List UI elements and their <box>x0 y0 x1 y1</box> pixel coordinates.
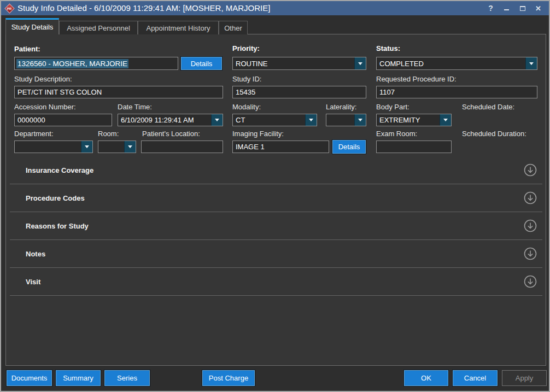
patient-value-selected: 1326560 - MOSHER, MARJORIE <box>16 59 128 68</box>
window-title: Study Info Detailed - 6/10/2009 11:29:41… <box>17 1 483 15</box>
department-select[interactable] <box>14 141 93 153</box>
laterality-dropdown-button[interactable] <box>354 114 366 126</box>
expand-down-icon[interactable] <box>524 219 537 232</box>
help-button[interactable]: ? <box>483 2 498 14</box>
app-icon: PR <box>4 3 14 13</box>
chevron-down-icon <box>529 62 534 65</box>
tab-appointment-history[interactable]: Appointment History <box>138 21 219 34</box>
chevron-down-icon <box>128 145 132 148</box>
summary-button[interactable]: Summary <box>56 370 101 386</box>
tab-assigned-personnel[interactable]: Assigned Personnel <box>59 21 138 34</box>
status-dropdown-button[interactable] <box>525 57 537 69</box>
documents-button[interactable]: Documents <box>7 370 52 386</box>
minimize-button[interactable] <box>499 2 514 14</box>
study-id-label: Study ID: <box>232 75 261 83</box>
exam-room-label: Exam Room: <box>376 130 417 138</box>
modality-dropdown-button[interactable] <box>305 114 317 126</box>
expand-down-icon[interactable] <box>524 247 537 260</box>
date-time-picker[interactable]: 6/10/2009 11:29:41 AM <box>118 114 223 126</box>
expand-down-icon[interactable] <box>524 275 537 288</box>
window-controls: ? ✕ <box>483 2 546 14</box>
section-visit[interactable]: Visit <box>10 268 542 296</box>
laterality-select[interactable] <box>326 114 366 126</box>
priority-dropdown-button[interactable] <box>354 57 366 69</box>
series-button[interactable]: Series <box>104 370 150 386</box>
tab-study-details[interactable]: Study Details <box>5 18 59 34</box>
chevron-down-icon <box>85 145 89 148</box>
chevron-down-icon <box>358 62 362 65</box>
priority-label: Priority: <box>232 44 260 52</box>
modality-select[interactable]: CT <box>232 114 317 126</box>
patient-label: Patient: <box>14 45 40 53</box>
chevron-down-icon <box>443 119 448 121</box>
room-label: Room: <box>98 130 119 138</box>
laterality-label: Laterality: <box>326 103 356 111</box>
accession-number-label: Accession Number: <box>14 103 76 111</box>
post-charge-button[interactable]: Post Charge <box>202 370 255 386</box>
patient-details-button[interactable]: Details <box>181 57 222 70</box>
cancel-button[interactable]: Cancel <box>453 370 498 386</box>
section-notes[interactable]: Notes <box>10 240 542 268</box>
department-dropdown-button[interactable] <box>81 141 92 153</box>
patients-location-label: Patient's Location: <box>142 130 200 138</box>
accession-number-input[interactable] <box>14 114 112 126</box>
room-dropdown-button[interactable] <box>124 141 136 153</box>
study-description-label: Study Description: <box>14 75 72 83</box>
chevron-down-icon <box>215 119 219 121</box>
priority-select[interactable]: ROUTINE <box>232 57 366 70</box>
chevron-down-icon <box>309 119 313 121</box>
requested-procedure-id-label: Requested Procedure ID: <box>376 75 457 83</box>
study-info-detailed-window: PR Study Info Detailed - 6/10/2009 11:29… <box>0 0 550 392</box>
ok-button[interactable]: OK <box>404 370 448 386</box>
expand-down-icon[interactable] <box>524 191 537 204</box>
room-select[interactable] <box>98 141 136 153</box>
tab-other[interactable]: Other <box>219 21 248 34</box>
status-label: Status: <box>376 44 400 52</box>
status-select[interactable]: COMPLETED <box>376 57 537 70</box>
body-part-select[interactable]: EXTREMITY <box>376 114 452 126</box>
maximize-icon <box>520 6 525 11</box>
exam-room-input[interactable] <box>376 141 452 153</box>
requested-procedure-id-input[interactable] <box>376 86 537 98</box>
scheduled-date-label: Scheduled Date: <box>462 103 514 111</box>
section-procedure-codes[interactable]: Procedure Codes <box>10 184 542 212</box>
minimize-icon <box>504 9 509 10</box>
body-part-dropdown-button[interactable] <box>440 114 451 126</box>
date-time-dropdown-button[interactable] <box>211 114 223 126</box>
imaging-facility-input[interactable] <box>232 141 329 153</box>
study-description-input[interactable] <box>14 86 223 98</box>
study-id-input[interactable] <box>232 86 366 98</box>
expand-down-icon[interactable] <box>524 163 537 177</box>
titlebar: PR Study Info Detailed - 6/10/2009 11:29… <box>1 1 549 15</box>
tab-bar: Study Details Assigned Personnel Appoint… <box>5 18 248 34</box>
scheduled-duration-label: Scheduled Duration: <box>462 130 526 138</box>
date-time-label: Date Time: <box>118 103 152 111</box>
imaging-facility-details-button[interactable]: Details <box>332 140 366 154</box>
modality-label: Modality: <box>232 103 261 111</box>
department-label: Department: <box>14 130 54 138</box>
patients-location-input[interactable] <box>141 141 223 153</box>
section-reasons-for-study[interactable]: Reasons for Study <box>10 212 542 240</box>
apply-button[interactable]: Apply <box>502 370 547 386</box>
chevron-down-icon <box>358 119 362 121</box>
maximize-button[interactable] <box>515 2 530 14</box>
section-insurance-coverage[interactable]: Insurance Coverage <box>10 156 542 184</box>
patient-field[interactable]: 1326560 - MOSHER, MARJORIE <box>14 57 178 70</box>
imaging-facility-label: Imaging Facility: <box>232 130 284 138</box>
close-button[interactable]: ✕ <box>531 2 546 14</box>
body-part-label: Body Part: <box>376 103 409 111</box>
close-icon: ✕ <box>535 4 541 13</box>
